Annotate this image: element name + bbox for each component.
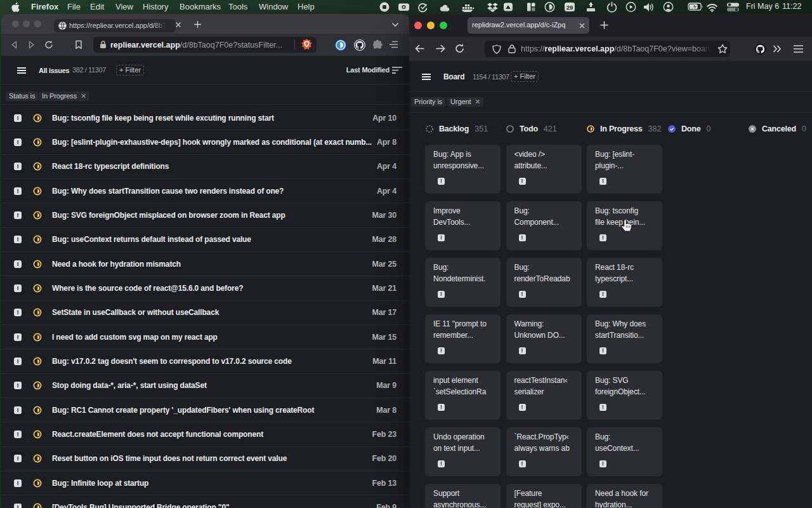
svg-text:29: 29 [566,4,573,11]
